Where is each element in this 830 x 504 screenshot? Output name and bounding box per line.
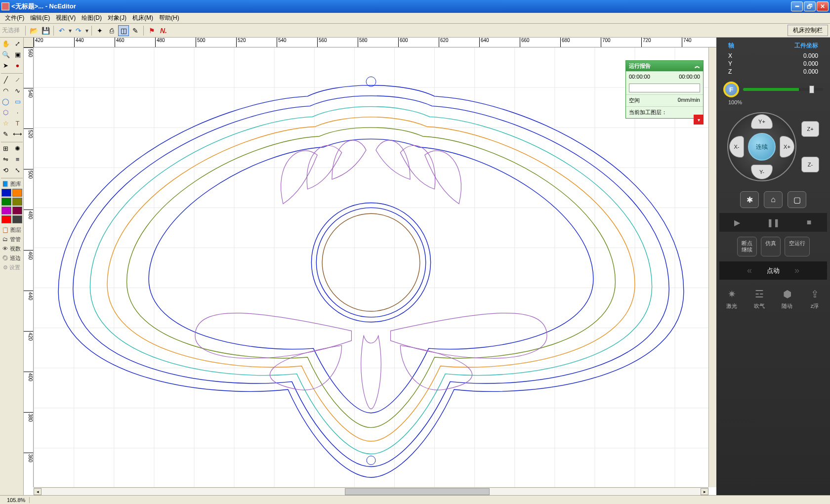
frame-button[interactable]: ▢ [788,191,806,208]
ellipse-icon[interactable]: ◯ [0,96,11,106]
arc-icon[interactable]: ◠ [0,85,11,95]
jog-z-minus[interactable]: Z- [801,157,819,172]
feed-slider[interactable] [743,88,823,91]
explode-icon[interactable]: ✺ [12,143,23,153]
locate-button[interactable]: ✱ [740,191,759,208]
polygon-icon[interactable]: ⬡ [0,107,11,117]
scroll-thumb[interactable] [345,488,490,495]
fn-laser[interactable]: ✷激光 [720,288,743,310]
maximize-button[interactable]: 🗗 [804,1,816,11]
color-swatch[interactable] [12,207,22,214]
pencil-icon[interactable]: ✎ [130,25,141,36]
color-swatch[interactable] [1,189,11,197]
zoom-window-icon[interactable]: ▣ [12,49,23,59]
polyline-icon[interactable]: ⟋ [12,75,23,84]
mirror-icon[interactable]: ⇋ [0,154,11,164]
rotate-icon[interactable]: ⟲ [0,165,11,175]
ruler-corner [24,38,34,47]
menu-object[interactable]: 对象(J) [105,13,129,23]
scale-icon[interactable]: ⤡ [12,165,23,175]
report-progress [629,84,700,92]
color-swatch[interactable] [1,215,11,223]
pan-icon[interactable]: ✋ [0,39,11,48]
alert-flag-icon[interactable]: ▾ [694,115,704,125]
origin-icon[interactable]: ● [12,60,23,70]
text-icon[interactable]: T [12,118,23,128]
dry-run-button[interactable]: 空运行 [785,237,810,256]
scroll-left-icon[interactable]: ◂ [34,488,42,495]
minimize-button[interactable]: ━ [791,1,803,11]
feed-slider-thumb[interactable] [809,85,814,93]
line-icon[interactable]: ╱ [0,75,11,84]
snap-icon[interactable]: ◫ [118,25,129,36]
redo-icon[interactable]: ↷ [73,25,84,36]
fn-zfloat[interactable]: ⇪z浮 [803,288,826,310]
scroll-right-icon[interactable]: ▸ [701,488,708,495]
run-report-panel[interactable]: 运行报告︽ 00:00:0000:00:00 空闲0mm/min 当前加工图层： [625,60,704,119]
menu-file[interactable]: 文件(F) [2,13,27,23]
follow-icon: ⬢ [780,288,794,300]
nav-prev-icon[interactable]: « [747,265,752,276]
curve-icon[interactable]: ∿ [12,85,23,95]
resume-breakpoint-button[interactable]: 断点 继续 [737,237,757,256]
color-swatch[interactable] [1,198,11,206]
color-swatch[interactable] [1,207,11,214]
svg-point-31 [322,213,420,311]
flag-icon[interactable]: ⚑ [146,25,157,36]
align-icon[interactable]: ≡ [12,154,23,164]
menu-view[interactable]: 视图(V) [53,13,79,23]
dimension-icon[interactable]: ⟷ [12,129,23,139]
section-library[interactable]: 📘 图库 [1,179,23,189]
simulate-button[interactable]: 仿真 [761,237,781,256]
open-icon[interactable]: 📂 [28,25,39,36]
report-layer-label: 当前加工图层： [629,109,667,116]
tool-b-icon[interactable]: ⎙ [106,25,117,36]
color-swatch[interactable] [12,198,22,206]
toolbar: 无选择 📂 💾 ↶ ▾ ↷ ▾ ✦ ⎙ ◫ ✎ ⚑ N. 机床控制栏 [0,24,830,38]
home-button[interactable]: ⌂ [764,191,783,208]
zoom-level[interactable]: 105.8% [3,497,30,503]
close-button[interactable]: ✕ [817,1,829,11]
menu-help[interactable]: 帮助(H) [156,13,182,23]
menu-machine[interactable]: 机床(M) [129,13,156,23]
zoom-icon[interactable]: 🔍 [0,49,11,59]
array-icon[interactable]: ⊞ [0,143,11,153]
horizontal-scrollbar[interactable]: ◂ ▸ [34,487,708,495]
collapse-icon[interactable]: ︽ [695,62,700,70]
fn-blow[interactable]: ☲吹气 [748,288,771,310]
redo-dropdown[interactable]: ▾ [85,27,89,34]
star-icon[interactable]: ☆ [0,118,11,128]
drawing-canvas[interactable]: 运行报告︽ 00:00:0000:00:00 空闲0mm/min 当前加工图层：… [34,47,708,487]
color-swatch[interactable] [12,215,22,223]
fn-follow[interactable]: ⬢随动 [776,288,798,310]
section-edge[interactable]: ◎ 巡边 [1,253,23,263]
edit-node-icon[interactable]: ✎ [0,129,11,139]
menu-draw[interactable]: 绘图(D) [79,13,105,23]
undo-dropdown[interactable]: ▾ [68,27,72,34]
report-time2: 00:00:00 [679,74,700,80]
tool-a-icon[interactable]: ✦ [94,25,105,36]
stop-button[interactable]: ■ [802,217,816,228]
zoom-extent-icon[interactable]: ⤢ [12,39,23,48]
play-button[interactable]: ▶ [730,217,744,228]
vertical-scrollbar[interactable] [708,47,716,487]
nav-next-icon[interactable]: » [794,265,799,276]
select-icon[interactable]: ➤ [0,60,11,70]
machine-panel-toggle[interactable]: 机床控制栏 [788,25,828,36]
rect-icon[interactable]: ▭ [12,96,23,106]
feed-knob[interactable]: F [723,82,739,97]
pause-button[interactable]: ❚❚ [766,217,780,228]
section-layer[interactable]: 📋 图层 [1,225,23,235]
color-swatch[interactable] [12,189,22,197]
jog-mode-button[interactable]: 连续 [748,133,776,161]
jog-z-plus[interactable]: Z+ [801,121,819,137]
section-manage[interactable]: 🗂 管管 [1,235,23,244]
n-icon[interactable]: N. [158,25,169,36]
save-icon[interactable]: 💾 [40,25,51,36]
menu-edit[interactable]: 编辑(E) [27,13,53,23]
section-settings[interactable]: ⚙ 设置 [1,263,23,272]
point-icon[interactable]: · [12,107,23,117]
blow-icon: ☲ [752,288,767,300]
undo-icon[interactable]: ↶ [56,25,67,36]
section-view[interactable]: 👁 视数 [1,244,23,253]
